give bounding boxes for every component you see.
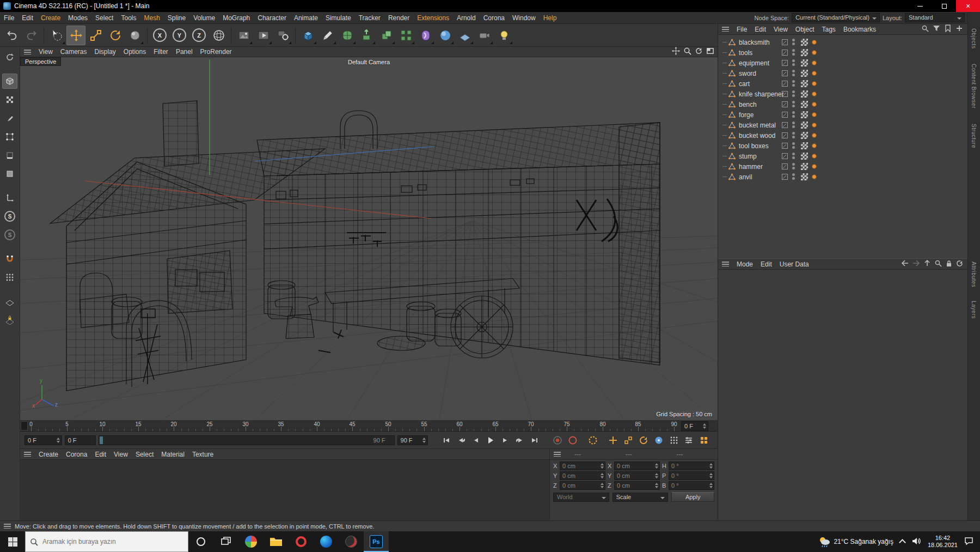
om-menu-object[interactable]: Object: [792, 23, 818, 35]
layer-icon[interactable]: [782, 81, 788, 88]
array-icon[interactable]: [396, 26, 415, 45]
tab-attributes[interactable]: Attributes: [971, 262, 977, 287]
current-frame-field[interactable]: 0 F: [65, 435, 96, 445]
material-tag-icon[interactable]: [812, 174, 817, 179]
material-tag-icon[interactable]: [812, 164, 817, 169]
position-x-field[interactable]: 0 cm: [560, 462, 605, 470]
texture-tag-icon[interactable]: [801, 90, 808, 98]
render-settings-icon[interactable]: [273, 26, 292, 45]
layer-icon[interactable]: [782, 112, 788, 119]
y-axis-lock-icon[interactable]: Y: [170, 26, 189, 45]
key-parameter-icon[interactable]: [653, 434, 665, 446]
menu-tools[interactable]: Tools: [117, 12, 140, 24]
visibility-dots-icon[interactable]: [792, 80, 795, 87]
material-tag-icon[interactable]: [812, 40, 817, 45]
redo-icon[interactable]: [22, 26, 41, 45]
object-name[interactable]: stump: [739, 153, 757, 160]
object-name[interactable]: equipment: [739, 59, 769, 67]
zoom-view-icon[interactable]: [683, 47, 691, 57]
visibility-dots-icon[interactable]: [792, 142, 795, 149]
undo-icon[interactable]: [2, 26, 21, 45]
object-name[interactable]: bucket wood: [739, 132, 775, 139]
object-row[interactable]: sword: [718, 68, 967, 78]
object-name[interactable]: hammer: [739, 163, 763, 171]
layer-icon[interactable]: [782, 122, 788, 130]
menu-create[interactable]: Create: [37, 12, 64, 24]
viewport-solo-hierarchy-icon[interactable]: S: [2, 227, 17, 242]
extrude-icon[interactable]: [357, 26, 376, 45]
add-icon[interactable]: [955, 25, 963, 34]
statusbar-menu-icon[interactable]: [4, 524, 11, 529]
visibility-dots-icon[interactable]: [792, 70, 795, 76]
layer-icon[interactable]: [782, 101, 788, 109]
material-menu-icon[interactable]: [24, 452, 31, 457]
size-z-field[interactable]: 0 cm: [614, 481, 660, 490]
visibility-dots-icon[interactable]: [792, 132, 795, 138]
record-keyframe-icon[interactable]: [552, 434, 564, 446]
menu-window[interactable]: Window: [509, 12, 540, 24]
menu-mesh[interactable]: Mesh: [140, 12, 163, 24]
render-picture-viewer-icon[interactable]: [254, 26, 273, 45]
next-frame-icon[interactable]: [498, 434, 512, 446]
quantize-icon[interactable]: [2, 270, 17, 285]
object-name[interactable]: anvil: [739, 173, 752, 181]
transform-space-dropdown[interactable]: World: [553, 493, 609, 502]
attr-menu-userdata[interactable]: User Data: [776, 258, 813, 270]
prev-frame-icon[interactable]: [469, 434, 482, 446]
menu-simulate[interactable]: Simulate: [322, 12, 355, 24]
viewport-menu-icon[interactable]: [24, 50, 31, 54]
tab-objects[interactable]: Objects: [971, 28, 977, 48]
ruler-frame-field[interactable]: 0 F: [681, 421, 708, 431]
key-rotation-icon[interactable]: [638, 434, 650, 446]
menu-character[interactable]: Character: [254, 12, 290, 24]
z-axis-lock-icon[interactable]: Z: [189, 26, 209, 45]
visibility-dots-icon[interactable]: [792, 153, 795, 159]
object-name[interactable]: sword: [739, 70, 756, 77]
make-editable-icon[interactable]: [2, 50, 17, 65]
preview-end-field[interactable]: 90 F: [397, 435, 428, 445]
object-name[interactable]: bench: [739, 101, 757, 108]
layer-icon[interactable]: [782, 153, 788, 161]
cortana-button[interactable]: [188, 531, 213, 552]
preview-start-field[interactable]: 0 F: [24, 435, 62, 445]
toggle-view-icon[interactable]: [706, 47, 714, 57]
points-mode-icon[interactable]: [2, 129, 17, 144]
object-row[interactable]: anvil: [718, 172, 967, 182]
lock-workplane-icon[interactable]: [2, 312, 17, 327]
material-menu-material[interactable]: Material: [157, 448, 188, 460]
timeline-ruler[interactable]: 0 5 10 15 20 25 30 35 40 45 50 55 60 65 …: [20, 420, 718, 432]
restore-button[interactable]: [932, 0, 956, 12]
pan-view-icon[interactable]: [672, 47, 680, 57]
render-view-icon[interactable]: [234, 26, 253, 45]
task-view-button[interactable]: [213, 531, 238, 552]
opera-icon[interactable]: [289, 531, 314, 552]
filter-icon[interactable]: [933, 25, 940, 34]
floor-icon[interactable]: [455, 26, 474, 45]
object-name[interactable]: tool boxes: [739, 142, 769, 150]
om-menu-edit[interactable]: Edit: [751, 23, 770, 35]
camera-icon[interactable]: [475, 26, 494, 45]
material-tag-icon[interactable]: [812, 60, 817, 65]
layer-icon[interactable]: [782, 70, 788, 78]
key-scale-icon[interactable]: [622, 434, 634, 446]
back-arrow-icon[interactable]: [901, 260, 909, 268]
photoshop-icon[interactable]: Ps: [364, 531, 389, 552]
object-name[interactable]: knife sharpener: [739, 90, 784, 98]
rotate-view-icon[interactable]: [695, 47, 703, 57]
object-row[interactable]: forge: [718, 110, 967, 120]
texture-tag-icon[interactable]: [801, 153, 808, 160]
menu-modes[interactable]: Modes: [64, 12, 91, 24]
visibility-dots-icon[interactable]: [792, 173, 795, 180]
viewport-menu-cameras[interactable]: Cameras: [57, 47, 91, 57]
position-z-field[interactable]: 0 cm: [560, 481, 605, 490]
attributes-menu-icon[interactable]: [722, 262, 729, 266]
menu-select[interactable]: Select: [91, 12, 117, 24]
size-y-field[interactable]: 0 cm: [614, 471, 660, 480]
taskbar-clock[interactable]: 16:42 18.06.2021: [928, 535, 958, 549]
material-menu-corona[interactable]: Corona: [62, 448, 91, 460]
key-position-icon[interactable]: [607, 434, 619, 446]
menu-tracker[interactable]: Tracker: [355, 12, 384, 24]
material-tag-icon[interactable]: [812, 102, 817, 107]
visibility-dots-icon[interactable]: [792, 49, 795, 56]
keyframe-grid-icon[interactable]: [698, 434, 710, 446]
